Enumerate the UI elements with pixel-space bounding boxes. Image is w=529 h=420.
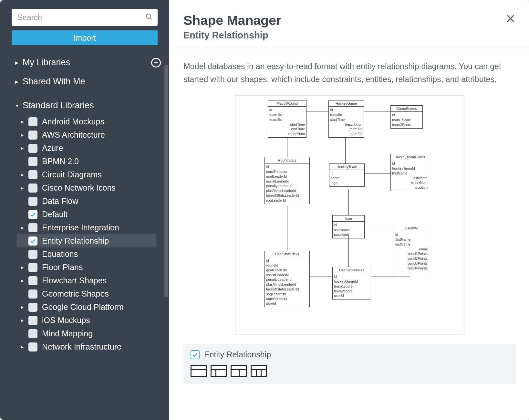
library-label: Azure [42,143,63,153]
svg-point-0 [146,14,151,18]
library-checkbox[interactable] [28,263,37,272]
library-checkbox[interactable] [28,131,37,140]
library-checkbox[interactable] [28,342,37,352]
library-checkbox[interactable] [28,289,37,299]
close-icon[interactable]: ✕ [505,12,516,25]
section-label: Standard Libraries [23,100,161,110]
library-item[interactable]: ▶Cisco Network Icons [17,181,156,194]
caret-right-icon: ▶ [21,265,28,270]
erd-table-title: HockeyTeamPlayer [391,154,429,160]
erd-connector [345,138,346,163]
library-checkbox[interactable] [28,276,37,285]
library-checkbox[interactable] [28,144,37,153]
library-label: Flowchart Shapes [42,276,107,285]
description-text: Model databases in an easy-to-read forma… [183,60,516,86]
library-item[interactable]: ▶Google Cloud Platform [17,300,156,314]
sidebar: Import ▶ My Libraries + ▶ Shared With Me… [0,0,169,420]
library-item[interactable]: ▶Android Mockups [17,115,156,128]
library-label: Google Cloud Platform [42,302,124,312]
erd-table-title: User [333,215,364,222]
scrollbar[interactable] [164,65,168,300]
library-checkbox[interactable] [28,236,37,246]
library-item[interactable]: ▶Network Infrastructure [17,340,156,353]
library-checkbox[interactable] [28,157,37,166]
library-item[interactable]: ▶Enterprise Integration [17,221,156,234]
erd-table: GameScoresidteam1Scoreteam2Score [390,105,423,129]
shape-entity-1[interactable] [191,365,207,377]
erd-table-body: idroundIdgoalLeaderIdassistLeaderIdpenal… [265,257,309,307]
library-label: BPMN 2.0 [42,157,79,166]
erd-table-title: UserStatsPicks [265,251,309,257]
entity-relationship-checkbox[interactable] [191,350,200,359]
plus-icon[interactable]: + [151,58,161,68]
erd-table: HockeyTeamPlayeridhockeyTeamIdfirstNamel… [390,154,429,191]
search-input[interactable] [12,9,158,26]
library-item[interactable]: ▶Floor Plans [17,261,156,274]
shape-entity-4[interactable] [251,365,267,377]
caret-right-icon: ▶ [21,278,28,283]
library-label: Floor Plans [42,263,83,272]
library-item[interactable]: ▶Flowchart Shapes [17,274,156,287]
header-divider [169,48,529,48]
erd-connector [348,235,349,267]
section-my-libraries[interactable]: ▶ My Libraries + [15,53,164,72]
erd-table-body: idfirstNamelastNameemailround1Pointsroun… [394,231,429,272]
caret-right-icon: ▶ [21,146,28,151]
library-label: iOS Mockups [42,316,90,325]
library-checkbox[interactable] [28,197,37,206]
library-item[interactable]: ▶AWS Architecture [17,128,156,142]
section-list: ▶ My Libraries + ▶ Shared With Me ▼ Stan… [0,53,169,420]
library-item[interactable]: ▶Data Flow [17,194,156,208]
caret-right-icon: ▶ [21,226,28,230]
library-item[interactable]: ▶Mind Mapping [17,327,156,340]
caret-right-icon: ▶ [21,186,28,190]
library-item[interactable]: ▶iOS Mockups [17,314,156,327]
erd-table-title: RoundStats [265,157,309,163]
caret-right-icon: ▶ [21,173,28,177]
scrollbar-thumb[interactable] [164,65,168,297]
erd-table: PlayoffRoundidteam1Idteam2IdstartTimeend… [268,100,306,138]
library-label: Circuit Diagrams [42,170,102,179]
erd-table-body: idroundIdstartTimedescriptionteam1Idteam… [329,107,364,137]
erd-table-body: idhockeyGameIdteam1scoreteam2scoreuserId [333,273,371,299]
library-label: Equations [42,249,78,259]
shape-row [191,365,509,377]
library-label: Default [42,210,67,219]
library-item[interactable]: ▶Azure [17,142,156,155]
erd-table: UserStatsPicksidroundIdgoalLeaderIdassis… [264,251,310,307]
library-checkbox[interactable] [28,316,37,325]
divider [15,93,156,93]
page-title: Shape Manager [183,13,516,28]
library-checkbox[interactable] [28,303,37,312]
caret-right-icon: ▶ [15,79,23,84]
erd-table-body: idteam1Scoreteam2Score [391,112,422,128]
import-button[interactable]: Import [12,30,158,45]
library-checkbox[interactable] [28,184,37,193]
section-shared-with-me[interactable]: ▶ Shared With Me [15,72,164,91]
shape-entity-2[interactable] [211,365,227,377]
library-label: AWS Architecture [42,130,105,140]
erd-preview: PlayoffRoundidteam1Idteam2IdstartTimeend… [235,95,464,334]
erd-connector [364,111,390,111]
section-label: My Libraries [23,58,151,68]
erd-table-title: UserInfo [394,225,429,231]
library-checkbox[interactable] [28,250,37,259]
caret-down-icon: ▼ [15,103,23,108]
library-item[interactable]: ▶Equations [17,247,156,261]
library-item[interactable]: ▶Circuit Diagrams [17,168,156,181]
library-checkbox[interactable] [28,329,37,338]
shape-entity-3[interactable] [231,365,247,377]
section-standard-libraries[interactable]: ▼ Standard Libraries [15,96,164,115]
library-checkbox[interactable] [28,170,37,179]
library-item[interactable]: ▶Geometric Shapes [17,287,156,300]
erd-connector [365,173,390,173]
erd-table: UserScorePicksidhockeyGameIdteam1scorete… [332,267,371,299]
library-list: ▶Android Mockups▶AWS Architecture▶Azure▶… [15,115,164,353]
library-checkbox[interactable] [28,210,37,219]
library-checkbox[interactable] [28,223,37,232]
library-item[interactable]: ▶Default [17,208,156,221]
library-item[interactable]: ▶Entity Relationship [17,234,156,247]
library-item[interactable]: ▶BPMN 2.0 [17,155,156,168]
library-checkbox[interactable] [28,117,37,126]
erd-table-title: PlayoffRound [268,100,306,107]
